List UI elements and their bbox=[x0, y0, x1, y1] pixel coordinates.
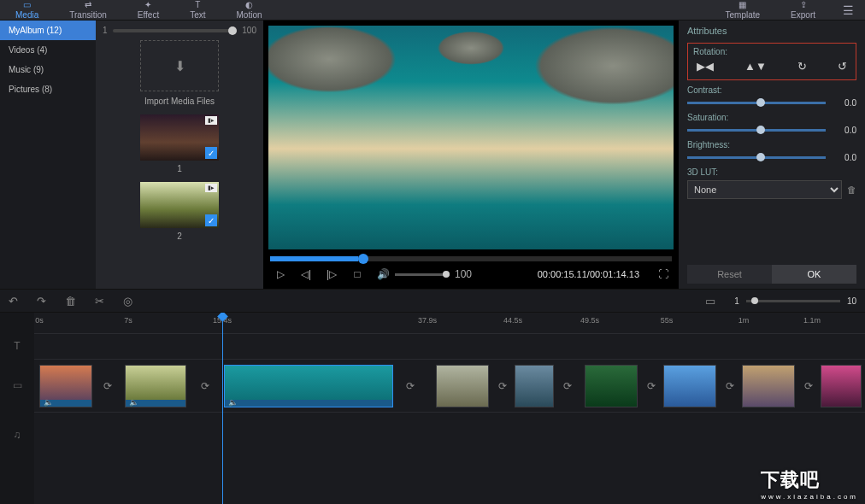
playhead[interactable] bbox=[222, 313, 223, 504]
transition-icon[interactable]: ⟳ bbox=[644, 378, 659, 394]
transition-icon[interactable]: ⟳ bbox=[722, 378, 738, 394]
volume-value: 100 bbox=[455, 268, 472, 280]
timeline: T ▭ ♫ 0s 7s 15.4s 37.9s 44.5s 49.5s 55s … bbox=[0, 313, 865, 504]
timeline-clip[interactable] bbox=[742, 365, 795, 407]
lut-delete-button[interactable]: 🗑 bbox=[847, 185, 856, 195]
brightness-value: 0.0 bbox=[833, 153, 856, 162]
timeline-clip[interactable]: 🔈 bbox=[125, 365, 186, 407]
split-button[interactable]: ✂ bbox=[95, 295, 104, 308]
transition-icon[interactable]: ⟳ bbox=[403, 378, 418, 394]
tab-transition[interactable]: ⇄Transition bbox=[54, 0, 122, 20]
attributes-panel: Attributes Rotation: ▶◀ ▲▼ ↻ ↺ Contrast:… bbox=[679, 21, 865, 289]
tab-label: Transition bbox=[69, 10, 107, 20]
saturation-value: 0.0 bbox=[833, 126, 856, 135]
fullscreen-button[interactable]: ⛶ bbox=[658, 268, 668, 280]
tab-label: Text bbox=[190, 10, 205, 20]
lut-label: 3D LUT: bbox=[687, 167, 856, 177]
import-media-button[interactable]: ⬇ bbox=[140, 40, 219, 91]
time-ruler[interactable]: 0s 7s 15.4s 37.9s 44.5s 49.5s 55s 1m 1.1… bbox=[34, 313, 865, 333]
contrast-label: Contrast: bbox=[687, 85, 856, 95]
contrast-slider[interactable] bbox=[687, 102, 826, 104]
ok-button[interactable]: OK bbox=[772, 265, 856, 284]
audio-track[interactable] bbox=[34, 412, 865, 458]
timeline-clip-selected[interactable]: 🔈 bbox=[224, 365, 393, 407]
transition-icon[interactable]: ⟳ bbox=[100, 378, 115, 394]
tab-effect[interactable]: ✦Effect bbox=[122, 0, 174, 20]
check-icon: ✓ bbox=[205, 214, 217, 226]
prev-frame-button[interactable]: ◁| bbox=[299, 268, 313, 280]
video-badge-icon: ▮▸ bbox=[205, 116, 217, 125]
tab-template[interactable]: ▦Template bbox=[710, 0, 776, 20]
delete-button[interactable]: 🗑 bbox=[65, 295, 76, 308]
timeline-zoom-slider[interactable] bbox=[746, 300, 840, 302]
tab-media[interactable]: ▭Media bbox=[0, 0, 54, 20]
tab-label: Template bbox=[726, 10, 761, 20]
media-thumb-2[interactable]: ▮▸ ✓ bbox=[140, 182, 219, 228]
video-badge-icon: ▮▸ bbox=[205, 184, 217, 192]
rotate-cw-button[interactable]: ↻ bbox=[797, 60, 807, 73]
timeline-clip[interactable] bbox=[821, 365, 862, 407]
brightness-label: Brightness: bbox=[687, 140, 856, 149]
stop-button[interactable]: □ bbox=[350, 268, 364, 280]
timeline-clip[interactable] bbox=[436, 365, 489, 407]
next-frame-button[interactable]: |▷ bbox=[325, 268, 338, 280]
preview-scrubber[interactable] bbox=[270, 256, 672, 261]
audio-track-icon[interactable]: ♫ bbox=[0, 412, 34, 458]
menu-button[interactable]: ☰ bbox=[831, 0, 865, 20]
volume-icon[interactable]: 🔊 bbox=[376, 268, 390, 280]
video-track[interactable]: 🔈 ⟳ 🔈 ⟳ 🔈 ⟳ ⟳ ⟳ ⟳ ⟳ ⟳ bbox=[34, 359, 865, 412]
brightness-slider[interactable] bbox=[687, 156, 826, 159]
effect-icon: ✦ bbox=[144, 1, 151, 9]
ruler-tick: 49.5s bbox=[580, 316, 599, 325]
rotate-ccw-button[interactable]: ↺ bbox=[838, 60, 847, 73]
video-track-icon[interactable]: ▭ bbox=[0, 359, 34, 412]
fit-button[interactable]: ▭ bbox=[705, 295, 715, 308]
reset-button[interactable]: Reset bbox=[687, 265, 772, 284]
tab-label: Effect bbox=[138, 10, 159, 20]
tab-label: Media bbox=[15, 10, 38, 20]
media-list-panel: 1 100 ⬇ Import Media Files ▮▸ ✓ 1 ▮▸ ✓ 2 bbox=[96, 21, 263, 289]
transition-icon[interactable]: ⟳ bbox=[197, 378, 213, 394]
flip-horizontal-button[interactable]: ▶◀ bbox=[697, 60, 714, 73]
play-button[interactable]: ▷ bbox=[274, 268, 287, 280]
motion-icon: ◐ bbox=[245, 1, 253, 9]
ruler-tick: 37.9s bbox=[418, 316, 437, 325]
timeline-clip[interactable] bbox=[585, 365, 638, 407]
thumb-zoom-slider[interactable] bbox=[113, 29, 238, 32]
text-track-icon[interactable]: T bbox=[0, 333, 34, 359]
rotation-label: Rotation: bbox=[693, 47, 850, 56]
tab-motion[interactable]: ◐Motion bbox=[221, 0, 278, 20]
ruler-tick: 55s bbox=[661, 316, 674, 325]
saturation-slider[interactable] bbox=[687, 129, 826, 132]
ruler-tick: 1m bbox=[738, 316, 750, 325]
undo-button[interactable]: ↶ bbox=[9, 295, 18, 308]
transition-icon[interactable]: ⟳ bbox=[801, 378, 816, 394]
tab-label: Export bbox=[791, 10, 815, 20]
import-label: Import Media Files bbox=[103, 97, 256, 106]
tab-text[interactable]: TText bbox=[174, 0, 221, 20]
sidebar-item-videos[interactable]: Videos (4) bbox=[0, 40, 96, 60]
transition-icon[interactable]: ⟳ bbox=[495, 378, 510, 394]
flip-vertical-button[interactable]: ▲▼ bbox=[744, 60, 767, 73]
text-track[interactable] bbox=[34, 333, 865, 359]
tab-export[interactable]: ⇪Export bbox=[775, 0, 831, 20]
timeline-toolbar: ↶ ↷ 🗑 ✂ ◎ ▭ 1 10 bbox=[0, 289, 865, 313]
media-thumb-1[interactable]: ▮▸ ✓ bbox=[140, 114, 219, 161]
timeline-zoom-min: 1 bbox=[734, 296, 739, 306]
sidebar-item-pictures[interactable]: Pictures (8) bbox=[0, 79, 96, 99]
timeline-clip[interactable] bbox=[663, 365, 716, 407]
thumb-label: 2 bbox=[103, 231, 256, 241]
transition-icon[interactable]: ⟳ bbox=[560, 378, 575, 394]
crop-button[interactable]: ◎ bbox=[123, 295, 132, 308]
lut-select[interactable]: None bbox=[687, 180, 842, 199]
media-sidebar: MyAlbum (12) Videos (4) Music (9) Pictur… bbox=[0, 21, 96, 289]
preview-viewport[interactable] bbox=[268, 26, 674, 249]
timeline-clip[interactable]: 🔈 bbox=[39, 365, 92, 407]
timeline-clip[interactable] bbox=[515, 365, 554, 407]
ruler-tick: 7s bbox=[124, 316, 132, 325]
sidebar-item-myalbum[interactable]: MyAlbum (12) bbox=[0, 21, 96, 40]
volume-slider[interactable] bbox=[395, 273, 450, 276]
sidebar-item-music[interactable]: Music (9) bbox=[0, 60, 96, 79]
thumb-zoom-max: 100 bbox=[242, 26, 256, 35]
redo-button[interactable]: ↷ bbox=[37, 295, 46, 308]
